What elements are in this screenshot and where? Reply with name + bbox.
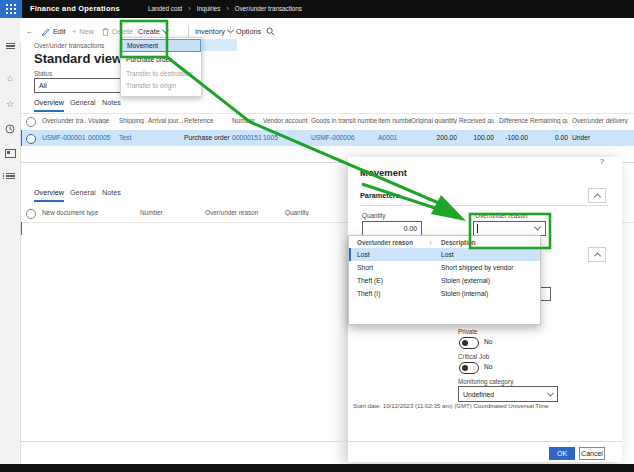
menu-item-purchase-order[interactable]: Purchase order [121,54,201,65]
critical-job-label: Critical Job [458,353,489,360]
cell-vendor-link[interactable]: 1005 [263,134,310,141]
select-all-checkbox[interactable] [26,209,36,219]
cell-transaction-link[interactable]: USMF-000001 [42,134,86,141]
quantity-input[interactable]: 0.00 [362,221,422,236]
chevron-down-icon [547,389,554,396]
plus-icon: + [72,27,76,36]
breadcrumb-inquiries[interactable]: Inquiries [197,5,221,12]
breadcrumb-landed-cost[interactable]: Landed cost [148,5,182,12]
column-header[interactable]: Shipping ... [119,117,147,124]
action-bar: ← Edit + New Delete Create Inventory Opt… [20,20,634,42]
cell-reference: Purchase order [184,134,230,141]
column-header[interactable]: Over/under reason [205,209,280,216]
back-arrow-icon: ← [26,27,33,36]
search-button[interactable] [266,25,275,38]
breadcrumb-separator: › [188,5,190,12]
column-header[interactable]: Number [140,209,200,216]
column-header[interactable]: New document type [42,209,132,216]
ok-button[interactable]: OK [549,447,575,460]
lookup-row-theft-e[interactable]: Theft (E) Stolen (external) [349,274,540,287]
column-header[interactable]: Voyage [88,117,117,124]
column-header[interactable]: Over/under delivery [572,117,630,124]
create-label: Create [138,27,160,36]
lookup-row-theft-i[interactable]: Theft (I) Stolen (internal) [349,287,540,300]
table-row-selected[interactable]: USMF-000001 000005 Test Purchase order 0… [20,130,634,146]
app-launcher-icon[interactable] [0,0,22,18]
back-button[interactable]: ← [26,25,33,38]
tab-notes-lines[interactable]: Notes [102,188,121,200]
menu-item-transfer-destination[interactable]: Transfer to destination [121,68,201,79]
lookup-row-short[interactable]: Short Short shipped by vendor [349,261,540,274]
quantity-label: Quantity [362,212,385,219]
edit-button[interactable]: Edit [42,25,66,38]
parameters-section-header[interactable]: Parameters [360,191,400,200]
select-all-checkbox[interactable] [26,117,36,127]
column-header[interactable]: Vendor account [263,117,310,124]
private-label: Private [458,328,478,335]
tab-overview[interactable]: Overview [34,98,64,112]
critical-job-toggle-value: No [484,363,492,370]
help-icon[interactable]: ? [600,157,604,166]
tab-general-lines[interactable]: General [70,188,96,200]
cell-shipping-link[interactable]: Test [119,134,147,141]
cell-number-link[interactable]: 00000151 [232,134,262,141]
column-header[interactable]: Received quan... [459,117,494,124]
column-header[interactable]: Original quantity [405,117,457,124]
tab-overview-lines[interactable]: Overview [34,188,64,202]
column-header[interactable]: Reference [184,117,230,124]
workspaces-icon[interactable] [0,145,20,161]
quantity-value: 0.00 [404,225,417,232]
monitoring-category-value: Undefined [463,391,494,398]
options-label: Options [236,27,261,36]
private-toggle[interactable] [459,337,479,349]
sort-ascending-icon: ↑ [429,239,432,246]
reason-label: Over/under reason [475,212,528,219]
cancel-button[interactable]: Cancel [579,447,605,460]
column-header[interactable]: Over/under tra... [42,117,86,124]
column-header[interactable]: Difference [496,117,528,124]
status-value: All [39,82,47,89]
column-header[interactable]: Arrival jour... [148,117,183,124]
home-icon[interactable]: ⌂ [0,70,20,86]
pencil-icon [42,28,50,36]
options-button[interactable]: Options [236,25,261,38]
column-header[interactable]: Number [232,117,262,124]
private-toggle-value: No [484,338,492,345]
parameters-collapse-button[interactable] [588,188,606,203]
hamburger-menu-icon[interactable] [0,38,20,54]
app-title: Finance and Operations [30,4,120,13]
tab-notes[interactable]: Notes [102,98,121,110]
column-header[interactable]: Goods in transit number [311,117,377,124]
favorites-star-icon[interactable]: ☆ [0,96,20,112]
app-window: Finance and Operations Landed cost › Inq… [0,0,634,472]
status-label: Status [34,70,52,77]
trash-icon [102,28,109,36]
waffle-icon [6,4,16,14]
cell-received-qty: 100.00 [459,134,494,141]
new-label: New [79,27,94,36]
section-underline [360,205,608,206]
reason-combobox[interactable] [473,221,546,236]
lookup-row-lost[interactable]: Lost Lost [349,248,540,261]
inventory-label: Inventory [195,27,225,36]
monitoring-category-select[interactable]: Undefined [458,386,558,402]
recent-clock-icon[interactable] [0,121,20,137]
view-title-label: Standard view [34,51,122,66]
footer-divider [20,441,622,442]
cell-goods-link[interactable]: USMF-000006 [311,134,377,141]
background-section-collapse-button[interactable] [588,247,606,262]
column-header[interactable]: Quantity [285,209,335,216]
flyout-column-reason[interactable]: Over/under reason [357,239,413,246]
actionbar-divider [230,26,231,37]
menu-item-movement[interactable]: Movement [121,39,201,52]
critical-job-toggle[interactable] [459,362,479,374]
start-date-note: Start date: 10/12/2023 (11:02:35 am) (GM… [353,402,549,409]
new-button[interactable]: + New [72,25,94,38]
cell-voyage-link[interactable]: 000005 [88,134,117,141]
menu-item-transfer-origin[interactable]: Transfer to origin [121,80,201,91]
column-header[interactable]: Remaining qua... [530,117,568,124]
modules-list-icon[interactable] [0,168,20,184]
row-checkbox[interactable] [26,134,36,144]
tab-general[interactable]: General [70,98,96,110]
flyout-column-description[interactable]: Description [441,239,476,246]
